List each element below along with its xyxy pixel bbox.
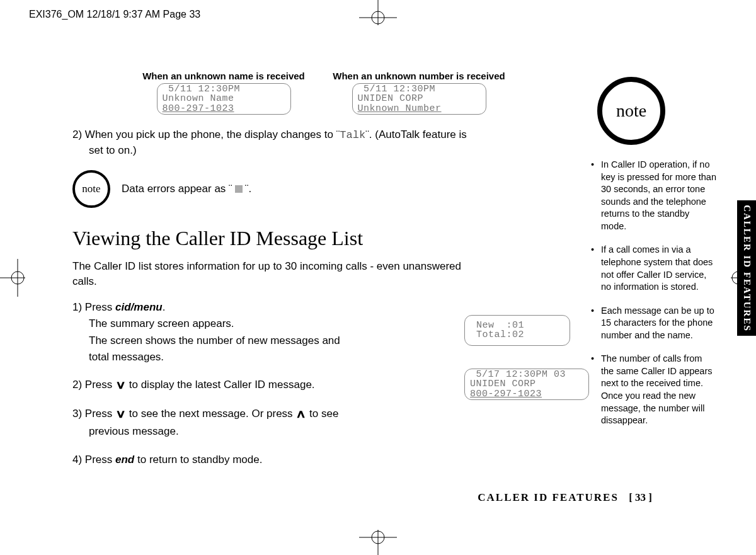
note-icon-small: note	[72, 170, 110, 208]
lcd-message-block: 5/17 12:30PM 03 UNIDEN CORP 800-297-1023	[464, 369, 589, 400]
footer-section-label: CALLER ID FEATURES	[478, 491, 619, 503]
right-note-item: The number of calls from the same Caller…	[591, 353, 717, 426]
page-number: [ 33 ]	[629, 491, 652, 503]
right-note-item: If a call comes in via a telephone syste…	[591, 244, 717, 293]
chevron-down-icon: ∨	[115, 377, 126, 394]
inline-note-row: note Data errors appear as ¨¨.	[72, 170, 558, 208]
inline-note-text: Data errors appear as ¨¨.	[122, 183, 251, 195]
step-4: 4) Press end to return to standby mode.	[72, 452, 558, 468]
step-3: 3) Press ∨ to see the next message. Or p…	[72, 406, 558, 440]
lcd-unknown-name-block: When an unknown name is received 5/11 12…	[135, 71, 312, 115]
section-title: Viewing the Caller ID Message List	[72, 227, 558, 250]
lcd-examples-row: When an unknown name is received 5/11 12…	[72, 71, 558, 115]
note-icon-large: note	[597, 77, 665, 145]
right-notes-list: In Caller ID operation, if no key is pre…	[591, 159, 717, 427]
paragraph-step2: 2) When you pick up the phone, the displ…	[72, 127, 558, 158]
right-note-item: Each message can be up to 15 characters …	[591, 305, 717, 342]
right-note-item: In Caller ID operation, if no key is pre…	[591, 159, 717, 232]
lcd-display-summary: New :01 Total:02	[464, 315, 570, 346]
registration-mark-top-icon	[359, 0, 397, 25]
section-tab-label: CALLER ID FEATURES	[742, 205, 752, 332]
chevron-down-icon: ∨	[115, 406, 126, 423]
data-error-square-icon	[235, 185, 243, 193]
registration-mark-bottom-icon	[359, 530, 397, 555]
lcd-summary-block: New :01 Total:02	[464, 315, 570, 346]
main-content: When an unknown name is received 5/11 12…	[72, 71, 558, 479]
section-intro: The Caller ID list stores information fo…	[72, 259, 476, 289]
section-tab: CALLER ID FEATURES	[737, 200, 756, 336]
registration-mark-left-icon	[0, 259, 25, 297]
chevron-up-icon: ∧	[295, 406, 306, 423]
print-slug: EXI376_OM 12/18/1 9:37 AM Page 33	[29, 9, 200, 20]
lcd-display-unknown-number: 5/11 12:30PM UNIDEN CORP Unknown Number	[352, 83, 486, 115]
lcd-unknown-name-label: When an unknown name is received	[135, 71, 312, 81]
lcd-unknown-number-label: When an unknown number is received	[331, 71, 507, 81]
lcd-display-message: 5/17 12:30PM 03 UNIDEN CORP 800-297-1023	[464, 369, 589, 400]
lcd-display-unknown-name: 5/11 12:30PM Unknown Name 800-297-1023	[157, 83, 291, 115]
page-footer: CALLER ID FEATURES [ 33 ]	[72, 491, 652, 504]
lcd-unknown-number-block: When an unknown number is received 5/11 …	[331, 71, 507, 115]
right-note-column: note In Caller ID operation, if no key i…	[591, 77, 717, 438]
